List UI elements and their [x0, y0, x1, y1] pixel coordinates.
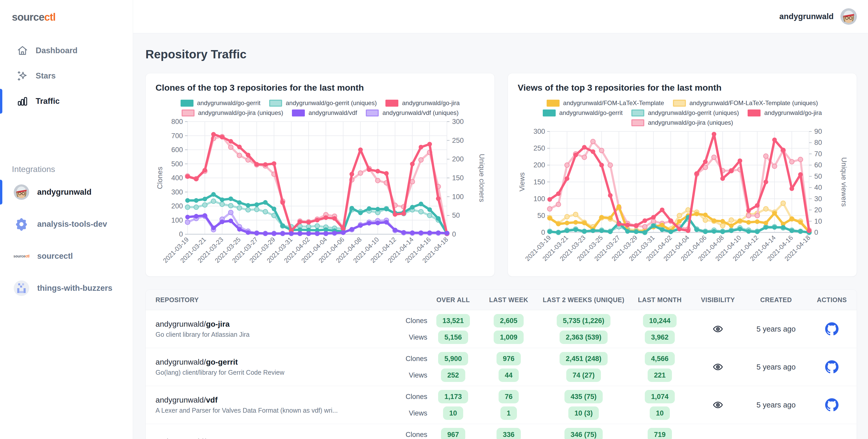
legend-label: andygrunwald/go-jira (uniques): [648, 119, 733, 126]
legend-item[interactable]: andygrunwald/go-jira (uniques): [182, 109, 283, 117]
metric-pill: 10: [650, 406, 670, 420]
svg-text:0: 0: [179, 230, 183, 238]
metric-pill: 5,156: [438, 331, 468, 344]
legend-swatch: [631, 109, 644, 117]
svg-text:50: 50: [814, 173, 822, 180]
topbar-username: andygrunwald: [779, 12, 834, 21]
clones-chart-card: Clones of the top 3 repositories for the…: [146, 73, 495, 277]
svg-text:250: 250: [452, 136, 464, 144]
svg-text:250: 250: [533, 144, 545, 152]
active-indicator: [0, 89, 2, 114]
sidebar-item-label: Traffic: [36, 97, 60, 106]
legend-item[interactable]: andygrunwald/vdf (uniques): [366, 109, 459, 117]
metric-pill: 74 (27): [566, 369, 601, 382]
svg-text:Unique cloners: Unique cloners: [478, 154, 486, 202]
svg-text:20: 20: [814, 206, 822, 214]
legend-item[interactable]: andygrunwald/FOM-LaTeX-Template: [547, 99, 664, 107]
repo-cell: andygrunwald/go-jira Go client library f…: [146, 320, 404, 338]
legend-item[interactable]: andygrunwald/go-gerrit: [543, 109, 623, 117]
table-row[interactable]: andygrunwald/ Clones 967 336 346 (75) 71…: [146, 424, 857, 439]
user-avatar-icon: [13, 184, 29, 200]
clones-label: Clones: [406, 352, 427, 366]
last-2-weeks-column: 346 (75): [538, 428, 629, 439]
github-icon[interactable]: [825, 398, 839, 412]
legend-item[interactable]: andygrunwald/go-jira: [748, 109, 822, 117]
repo-name[interactable]: andygrunwald/vdf: [156, 396, 404, 404]
views-label: Views: [409, 406, 427, 420]
legend-item[interactable]: andygrunwald/go-gerrit (uniques): [269, 99, 377, 107]
table-row[interactable]: andygrunwald/vdf A Lexer and Parser for …: [146, 386, 857, 424]
visibility-cell: [691, 400, 745, 410]
legend-item[interactable]: andygrunwald/go-gerrit: [181, 99, 260, 107]
sparkles-icon: [17, 70, 28, 82]
metric-pill: 2,605: [494, 314, 524, 327]
svg-text:50: 50: [452, 212, 460, 219]
metric-pill: 719: [648, 428, 672, 439]
repo-description: A Lexer and Parser for Valves Data Forma…: [156, 407, 404, 414]
github-icon[interactable]: [825, 322, 839, 336]
legend-label: andygrunwald/go-gerrit: [197, 99, 260, 107]
metric-labels: Clones Views: [404, 352, 427, 382]
svg-text:500: 500: [171, 160, 183, 168]
eye-icon[interactable]: [712, 362, 724, 372]
sidebar-item-label: sourcectl: [37, 252, 73, 261]
metric-pill: 976: [497, 352, 521, 366]
metric-pill: 252: [441, 369, 465, 382]
sidebar-item-stars[interactable]: Stars: [0, 63, 133, 89]
last-week-column: 761: [479, 390, 538, 420]
legend-item[interactable]: andygrunwald/go-jira (uniques): [631, 119, 733, 126]
views-label: Views: [409, 331, 427, 344]
metric-pill: 2,363 (539): [560, 331, 608, 344]
legend-item[interactable]: andygrunwald/go-jira: [385, 99, 460, 107]
eye-icon[interactable]: [712, 323, 724, 335]
table-row[interactable]: andygrunwald/go-gerrit Go(lang) client/l…: [146, 348, 857, 386]
svg-text:300: 300: [171, 188, 183, 196]
svg-text:80: 80: [814, 139, 822, 147]
sidebar-item-integration-sourcectl[interactable]: sourcectl sourcectl: [0, 240, 133, 272]
metric-pill: 346 (75): [564, 428, 603, 439]
table-row[interactable]: andygrunwald/go-jira Go client library f…: [146, 310, 857, 348]
svg-text:60: 60: [814, 161, 822, 169]
svg-text:30: 30: [814, 195, 822, 203]
repo-name[interactable]: andygrunwald/go-jira: [156, 320, 404, 328]
home-icon: [17, 45, 28, 57]
sidebar-item-dashboard[interactable]: Dashboard: [0, 38, 133, 63]
github-icon[interactable]: [825, 360, 839, 374]
legend-swatch: [181, 100, 193, 107]
repo-name[interactable]: andygrunwald/: [156, 437, 404, 439]
eye-icon[interactable]: [712, 400, 724, 410]
actions-cell: [807, 360, 857, 374]
svg-text:150: 150: [452, 174, 464, 182]
legend-item[interactable]: andygrunwald/go-gerrit (uniques): [631, 109, 739, 117]
legend-item[interactable]: andygrunwald/FOM-LaTeX-Template (uniques…: [673, 99, 818, 107]
sidebar-item-integration-analysis-tools-dev[interactable]: analysis-tools-dev: [0, 208, 133, 240]
sidebar-item-integration-things-with-buzzers[interactable]: things-with-buzzers: [0, 272, 133, 304]
sidebar-item-traffic[interactable]: Traffic: [0, 89, 133, 114]
sidebar-item-integration-andygrunwald[interactable]: andygrunwald: [0, 176, 133, 208]
metric-pill: 5,735 (1,226): [557, 314, 611, 327]
svg-text:150: 150: [533, 178, 545, 186]
svg-text:50: 50: [537, 212, 545, 220]
topbar: andygrunwald: [133, 0, 868, 33]
table-header-cell: ACTIONS: [807, 296, 857, 304]
logo-text-primary: source: [12, 11, 44, 23]
created-cell: 5 years ago: [745, 325, 807, 334]
metric-pill: 435 (75): [564, 390, 603, 403]
repository-traffic-table: REPOSITORYOVER ALLLAST WEEKLAST 2 WEEKS …: [146, 289, 857, 439]
legend-swatch: [748, 109, 761, 117]
legend-label: andygrunwald/go-jira: [402, 99, 460, 107]
metric-labels: Clones Views: [404, 314, 427, 344]
chart-cards: Clones of the top 3 repositories for the…: [146, 73, 857, 277]
last-month-column: 10,2443,962: [629, 314, 691, 344]
repo-name[interactable]: andygrunwald/go-gerrit: [156, 358, 404, 367]
legend-item[interactable]: andygrunwald/vdf: [292, 109, 357, 117]
visibility-cell: [691, 323, 745, 335]
topbar-avatar[interactable]: [840, 8, 857, 25]
metric-pill: 13,521: [436, 314, 470, 327]
legend-swatch: [366, 109, 379, 117]
legend-swatch: [269, 100, 282, 107]
metric-pill: 1,173: [438, 390, 468, 403]
metric-pill: 1,009: [494, 331, 524, 344]
table-header-row: REPOSITORYOVER ALLLAST WEEKLAST 2 WEEKS …: [146, 290, 857, 310]
svg-text:100: 100: [533, 195, 545, 203]
